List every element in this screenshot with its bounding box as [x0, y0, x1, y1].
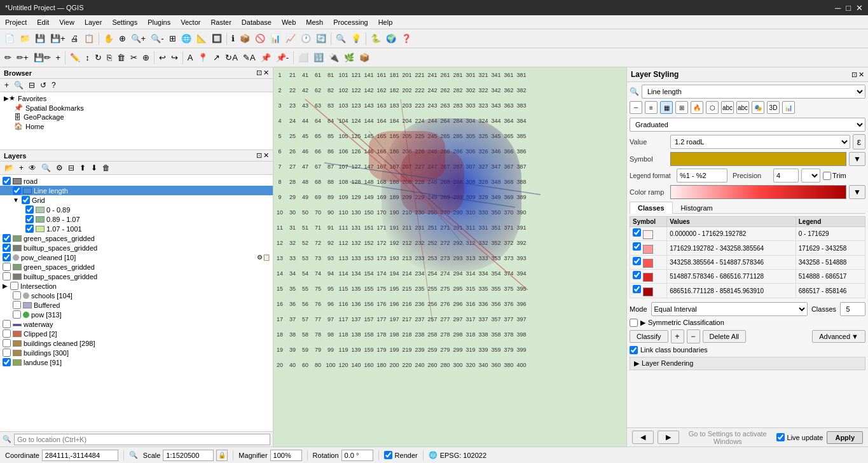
- layer-intersection[interactable]: ▶ Intersection: [0, 281, 273, 291]
- layer-intersection-checkbox[interactable]: [10, 282, 18, 290]
- remove-class-button[interactable]: −: [687, 329, 700, 343]
- save-layer-button[interactable]: 💾✏: [32, 52, 53, 64]
- precision-select[interactable]: [801, 169, 820, 183]
- layer-grid-2[interactable]: 1.07 - 1001: [0, 224, 273, 233]
- graduated-select[interactable]: Graduated: [630, 118, 865, 132]
- layer-buildings[interactable]: buildings [300]: [0, 348, 273, 357]
- layer-green-spaces-2[interactable]: green_spaces_gridded: [0, 262, 273, 272]
- label-pin-button[interactable]: 📍: [196, 52, 210, 64]
- menu-help[interactable]: Help: [373, 17, 398, 27]
- renderer-abc-icon[interactable]: abc: [721, 101, 734, 114]
- layers-add-button[interactable]: +: [17, 163, 25, 173]
- styling-close-button[interactable]: ✕: [858, 71, 864, 79]
- layer-pow-cleaned[interactable]: pow_cleaned [10] ⚙📋: [0, 252, 273, 262]
- tab-histogram[interactable]: Histogram: [673, 202, 721, 214]
- browser-float-button[interactable]: ⊡: [256, 69, 262, 77]
- save-project-button[interactable]: 💾: [33, 32, 47, 45]
- browser-help-button[interactable]: ?: [50, 80, 58, 90]
- browser-refresh-button[interactable]: ↺: [38, 80, 48, 90]
- class-row[interactable]: 171629.192782 - 343258.385564 171629 - 3…: [630, 241, 865, 255]
- label-pin2-button[interactable]: 📌: [259, 52, 273, 64]
- intersection-arrow[interactable]: ▶: [3, 282, 8, 289]
- zoom-selection-button[interactable]: 🔲: [210, 32, 224, 45]
- layer-waterway-checkbox[interactable]: [3, 320, 11, 328]
- field-calc-button[interactable]: 🔢: [312, 52, 326, 64]
- menu-view[interactable]: View: [54, 17, 79, 27]
- browser-favorites[interactable]: ▶ ★ Favorites: [0, 93, 273, 103]
- trim-checkbox[interactable]: [823, 172, 831, 180]
- classes-count-input[interactable]: [840, 302, 865, 316]
- menu-vector[interactable]: Vector: [176, 17, 205, 27]
- browser-collapse-button[interactable]: ⊟: [27, 80, 37, 90]
- digitize-edit-button[interactable]: ✏️: [68, 52, 82, 64]
- digitize-delete-button[interactable]: 🗑: [115, 52, 127, 64]
- menu-raster[interactable]: Raster: [205, 17, 236, 27]
- grid-arrow[interactable]: ▼: [13, 197, 19, 204]
- zoom-out-button[interactable]: 🔍-: [149, 32, 165, 45]
- python-button[interactable]: 🐍: [369, 32, 383, 45]
- select-features-button[interactable]: 📦: [238, 32, 252, 45]
- value-select[interactable]: 1.2 roadL: [670, 135, 850, 149]
- browser-filter-button[interactable]: 🔍: [12, 80, 25, 90]
- class-checkbox-4[interactable]: [633, 285, 641, 293]
- layers-close-button[interactable]: ✕: [263, 151, 269, 160]
- layer-green-spaces-checkbox[interactable]: [3, 234, 11, 242]
- advanced-button[interactable]: Advanced ▼: [812, 330, 865, 343]
- restore-button[interactable]: □: [846, 3, 851, 13]
- menu-database[interactable]: Database: [237, 17, 277, 27]
- layer-landuse-checkbox[interactable]: [3, 358, 11, 366]
- menu-web[interactable]: Web: [277, 17, 301, 27]
- label-change-button[interactable]: ✎A: [241, 52, 258, 64]
- symbol-more-button[interactable]: ▼: [849, 152, 865, 166]
- layer-grid-1-checkbox[interactable]: [25, 215, 34, 223]
- pan-to-selection-button[interactable]: ⊕: [117, 32, 128, 45]
- help-button[interactable]: ❓: [399, 32, 413, 45]
- apply-button[interactable]: Apply: [827, 431, 863, 444]
- precision-input[interactable]: [773, 169, 799, 183]
- class-checkbox-2[interactable]: [633, 257, 641, 265]
- redo-button[interactable]: ↪: [169, 52, 180, 64]
- layers-move-top-button[interactable]: ⬆: [78, 163, 88, 173]
- identify-button[interactable]: ℹ: [230, 32, 237, 45]
- globe-button[interactable]: 🌍: [384, 32, 398, 45]
- coordinate-input[interactable]: [42, 450, 118, 461]
- plugins-btn[interactable]: 🔌: [327, 52, 341, 64]
- render-checkbox[interactable]: [384, 451, 392, 459]
- layer-pow-cleaned-checkbox[interactable]: [3, 253, 11, 261]
- class-checkbox-0[interactable]: [633, 228, 641, 237]
- layers-filter-button[interactable]: 🔍: [39, 163, 53, 173]
- menu-plugins[interactable]: Plugins: [142, 17, 176, 27]
- clock-button[interactable]: 🕐: [299, 32, 313, 45]
- layer-rendering-header[interactable]: ▶ Layer Rendering: [630, 357, 865, 370]
- layer-buildings-cleaned[interactable]: buildings cleaned [298]: [0, 338, 273, 348]
- nav-back-button[interactable]: ◀: [632, 431, 654, 444]
- class-checkbox-1[interactable]: [633, 242, 641, 251]
- add-feature-button[interactable]: +: [54, 52, 63, 64]
- layer-green-spaces-2-checkbox[interactable]: [3, 263, 11, 271]
- styling-float-button[interactable]: ⊡: [851, 71, 857, 79]
- locate-input[interactable]: [14, 434, 270, 445]
- save-as-button[interactable]: 💾+: [48, 32, 67, 45]
- print-layout-button[interactable]: 🖨: [69, 32, 81, 45]
- current-edits-button[interactable]: ✏: [3, 52, 13, 64]
- open-attr-table-button[interactable]: 📊: [268, 32, 282, 45]
- new-print-layout-button[interactable]: 📋: [82, 32, 96, 45]
- digitize-merge-button[interactable]: ⊕: [141, 52, 151, 64]
- menu-layer[interactable]: Layer: [79, 17, 107, 27]
- open-project-button[interactable]: 📁: [18, 32, 32, 45]
- layer-pow[interactable]: pow [313]: [0, 310, 273, 319]
- symmetric-checkbox[interactable]: [630, 319, 638, 327]
- layer-line-length[interactable]: Line length: [0, 186, 273, 195]
- layer-line-length-checkbox[interactable]: [13, 186, 21, 195]
- favorites-arrow[interactable]: ▶: [4, 95, 9, 102]
- layer-buildings-checkbox[interactable]: [3, 349, 11, 357]
- digitize-move-button[interactable]: ↕: [83, 52, 92, 64]
- layer-builtup-spaces-checkbox[interactable]: [3, 244, 11, 252]
- layers-float-button[interactable]: ⊡: [256, 151, 262, 160]
- layer-builtup-spaces-2-checkbox[interactable]: [3, 272, 11, 280]
- scale-lock-button[interactable]: 🔒: [216, 450, 228, 461]
- renderer-abc2-icon[interactable]: abc: [736, 101, 749, 114]
- layers-collapse-button[interactable]: ⊟: [66, 163, 76, 173]
- digitize-copy-button[interactable]: ⎘: [105, 52, 114, 64]
- undo-button[interactable]: ↩: [157, 52, 168, 64]
